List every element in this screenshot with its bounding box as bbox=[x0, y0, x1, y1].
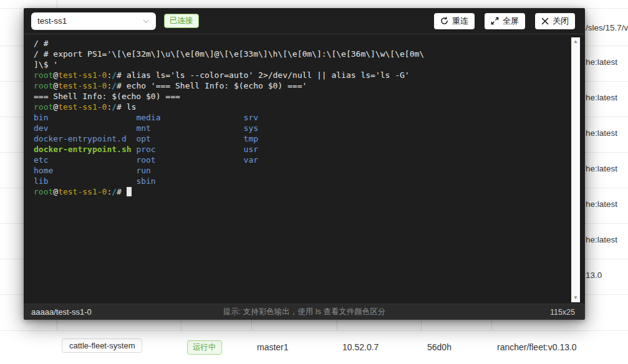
bg-cell-clipped: he:latest bbox=[586, 164, 628, 173]
bg-cell-clipped: /sles/15.7/v bbox=[586, 23, 628, 32]
table-row[interactable]: cattle-fleet-system 运行中 master1 10.52.0.… bbox=[0, 330, 628, 364]
scroll-up-arrow-icon[interactable]: ▲ bbox=[573, 37, 578, 46]
terminal-scrollbar[interactable]: ▲ ▼ bbox=[571, 37, 580, 302]
bg-cell-clipped: 13.0 bbox=[586, 271, 628, 280]
color-hint-label: 提示: 支持彩色输出，使用 ls 查看文件颜色区分 bbox=[24, 307, 585, 317]
terminal[interactable]: / #/ # export PS1='\[\e[32m\]\u\[\e[0m\]… bbox=[24, 34, 585, 304]
bg-cell-clipped: he:latest bbox=[586, 128, 628, 138]
fullscreen-button[interactable]: 全屏 bbox=[485, 13, 525, 29]
pod-name-label: aaaaa/test-ss1-0 bbox=[31, 307, 92, 317]
chevron-down-icon bbox=[142, 17, 150, 25]
terminal-output: / #/ # export PS1='\[\e[32m\]\u\[\e[0m\]… bbox=[24, 34, 585, 197]
close-label: 关闭 bbox=[553, 16, 569, 27]
bg-cell-age: 56d0h bbox=[427, 342, 452, 352]
namespace-badge: cattle-fleet-system bbox=[62, 338, 142, 353]
bg-cell-clipped: he:latest bbox=[586, 199, 628, 209]
shell-toolbar: test-ss1 已连接 重连 全屏 关闭 bbox=[24, 8, 585, 34]
bg-cell-clipped: he:latest bbox=[586, 235, 628, 244]
fullscreen-icon bbox=[491, 17, 499, 25]
shell-statusbar: aaaaa/test-ss1-0 提示: 支持彩色输出，使用 ls 查看文件颜色… bbox=[24, 304, 585, 320]
bg-cell-clipped: he:latest bbox=[586, 57, 628, 67]
shell-modal: test-ss1 已连接 重连 全屏 关闭 / #/ # export PS1=… bbox=[24, 8, 585, 320]
status-badge-running: 运行中 bbox=[187, 340, 222, 355]
bg-cell-clipped: he:latest bbox=[586, 93, 628, 102]
toolbar-buttons: 重连 全屏 关闭 bbox=[434, 13, 575, 29]
scroll-down-arrow-icon[interactable]: ▼ bbox=[573, 294, 578, 302]
close-icon bbox=[541, 17, 549, 25]
terminal-size-label: 115x25 bbox=[550, 308, 575, 317]
connection-status-badge: 已连接 bbox=[164, 14, 199, 28]
container-select[interactable]: test-ss1 bbox=[31, 12, 156, 30]
refresh-icon bbox=[440, 17, 448, 25]
bg-cell-image: rancher/fleet:v0.13.0 bbox=[497, 342, 577, 352]
table-column-divider bbox=[57, 0, 57, 8]
reconnect-button[interactable]: 重连 bbox=[434, 13, 475, 29]
close-button[interactable]: 关闭 bbox=[535, 13, 575, 29]
container-select-value: test-ss1 bbox=[37, 16, 67, 26]
bg-cell-ip: 10.52.0.7 bbox=[342, 342, 379, 352]
reconnect-label: 重连 bbox=[452, 16, 468, 27]
bg-cell-node: master1 bbox=[257, 342, 289, 352]
fullscreen-label: 全屏 bbox=[503, 16, 519, 27]
